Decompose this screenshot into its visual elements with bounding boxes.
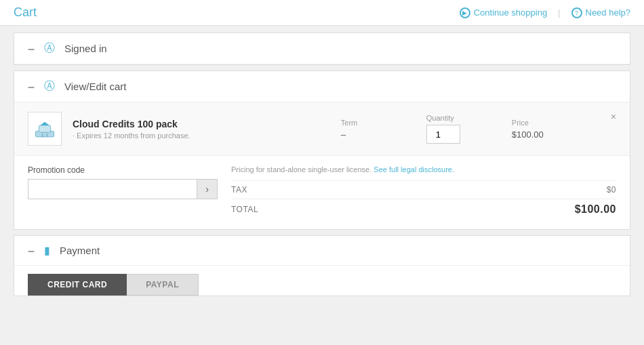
cart-section-label: View/Edit cart <box>64 81 126 92</box>
payment-section: – ▮ Payment CREDIT CARD PAYPAL <box>14 235 630 296</box>
need-help-label: Need help? <box>586 7 631 18</box>
continue-shopping-link[interactable]: ▶ Continue shopping <box>460 7 547 18</box>
tax-row: TAX $0 <box>231 180 616 199</box>
promo-input-row: › <box>28 179 218 199</box>
promo-input[interactable] <box>28 179 197 199</box>
header-divider: | <box>558 7 560 18</box>
promo-submit-button[interactable]: › <box>197 179 218 199</box>
cart-item-row: Cloud Credits 100 pack · Expires 12 mont… <box>14 102 630 156</box>
tax-label: TAX <box>231 185 247 195</box>
quantity-column: Quantity <box>426 114 501 144</box>
product-icon-wrap <box>28 112 62 146</box>
total-label: TOTAL <box>231 205 258 214</box>
cart-toggle[interactable]: – <box>28 81 35 93</box>
pricing-notice: Pricing for stand-alone single-user lice… <box>231 165 616 174</box>
product-expires: · Expires 12 months from purchase. <box>73 131 330 140</box>
term-column: Term – <box>341 119 416 140</box>
tax-value: $0 <box>607 185 616 195</box>
signed-in-section: – Ⓐ Signed in <box>14 33 630 65</box>
svg-rect-1 <box>39 125 51 132</box>
tab-paypal[interactable]: PAYPAL <box>127 274 199 296</box>
header: Cart ▶ Continue shopping | ? Need help? <box>0 0 644 26</box>
totals-section: Pricing for stand-alone single-user lice… <box>231 165 616 220</box>
price-column: Price $100.00 <box>512 119 600 140</box>
price-value: $100.00 <box>512 129 600 140</box>
signed-in-header: – Ⓐ Signed in <box>14 33 630 64</box>
payment-card-icon: ▮ <box>44 244 50 257</box>
product-name: Cloud Credits 100 pack <box>73 119 330 129</box>
signed-in-label: Signed in <box>64 43 107 54</box>
total-value: $100.00 <box>575 203 616 216</box>
remove-item-button[interactable]: × <box>611 112 616 121</box>
cart-check-icon: Ⓐ <box>44 79 55 94</box>
header-actions: ▶ Continue shopping | ? Need help? <box>460 7 630 18</box>
promo-code-section: Promotion code › <box>28 165 218 220</box>
product-info: Cloud Credits 100 pack · Expires 12 mont… <box>73 119 330 140</box>
tab-credit-card[interactable]: CREDIT CARD <box>28 274 127 296</box>
payment-toggle[interactable]: – <box>28 245 35 257</box>
term-label: Term <box>341 119 416 127</box>
main-content: – Ⓐ Signed in – Ⓐ View/Edit cart Cloud C… <box>0 26 644 303</box>
continue-shopping-label: Continue shopping <box>474 7 547 18</box>
payment-section-label: Payment <box>60 245 100 256</box>
page-title: Cart <box>14 5 37 20</box>
promo-label: Promotion code <box>28 165 218 175</box>
signed-in-toggle[interactable]: – <box>28 43 35 55</box>
total-row: TOTAL $100.00 <box>231 199 616 220</box>
cart-section: – Ⓐ View/Edit cart Cloud Credits 100 pac… <box>14 70 630 230</box>
need-help-link[interactable]: ? Need help? <box>571 7 631 18</box>
quantity-label: Quantity <box>426 114 501 122</box>
product-icon <box>33 117 56 140</box>
pricing-disclosure-link[interactable]: See full legal disclosure. <box>374 165 454 174</box>
quantity-input[interactable] <box>426 125 460 144</box>
signed-in-check-icon: Ⓐ <box>44 41 55 56</box>
term-value: – <box>341 129 416 140</box>
cart-footer: Promotion code › Pricing for stand-alone… <box>14 156 630 229</box>
payment-section-header: – ▮ Payment <box>14 236 630 266</box>
need-help-icon: ? <box>571 7 582 18</box>
payment-tabs: CREDIT CARD PAYPAL <box>14 266 630 296</box>
price-label: Price <box>512 119 600 127</box>
cart-section-header: – Ⓐ View/Edit cart <box>14 71 630 102</box>
continue-shopping-icon: ▶ <box>460 7 470 18</box>
